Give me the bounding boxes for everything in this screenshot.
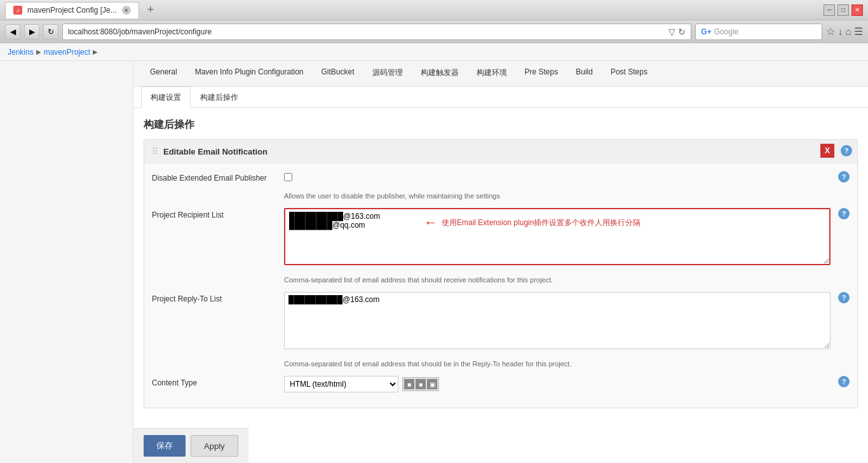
- ct-icon-1[interactable]: ■: [404, 379, 414, 389]
- tab-close-btn[interactable]: ×: [122, 6, 131, 15]
- reload-icon[interactable]: ↻: [678, 27, 686, 37]
- download-icon[interactable]: ↓: [837, 26, 843, 38]
- tab-presteps[interactable]: Pre Steps: [516, 61, 567, 86]
- content-area: General Maven Info Plugin Configuration …: [133, 61, 868, 463]
- browser-titlebar: J mavenProject Config [Je... × + ─ □ ✕: [0, 0, 868, 20]
- content-type-control: HTML (text/html) ■ ■ ▣: [284, 376, 831, 392]
- toolbar-icons: ☆ ↓ ⌂ ☰: [826, 25, 863, 38]
- save-button[interactable]: 保存: [144, 435, 186, 457]
- main-layout: General Maven Info Plugin Configuration …: [0, 61, 868, 463]
- refresh-btn[interactable]: ↻: [43, 24, 58, 39]
- recipient-help-icon[interactable]: ?: [838, 208, 850, 219]
- recipient-list-row: Project Recipient List ← 使用Email Extensi…: [152, 208, 850, 267]
- subtab-build-settings[interactable]: 构建设置: [141, 86, 191, 108]
- search-bar[interactable]: G+ Google: [695, 24, 822, 40]
- browser-tab[interactable]: J mavenProject Config [Je... ×: [5, 2, 139, 18]
- disable-publisher-control: [284, 171, 831, 183]
- reply-to-help-icon[interactable]: ?: [838, 292, 850, 303]
- recipient-hint: Comma-separated list of email address th…: [284, 275, 850, 284]
- subtab-post-build[interactable]: 构建后操作: [191, 86, 248, 108]
- content-type-help-icon[interactable]: ?: [838, 376, 850, 387]
- close-btn[interactable]: ✕: [851, 4, 863, 16]
- top-tabs: General Maven Info Plugin Configuration …: [133, 61, 868, 86]
- ct-icon-2[interactable]: ■: [416, 379, 426, 389]
- card-title: Editable Email Notification: [163, 147, 268, 156]
- reply-to-hint: Comma-separated list of email address th…: [284, 359, 850, 368]
- breadcrumb-project[interactable]: mavenProject: [44, 48, 90, 57]
- maximize-btn[interactable]: □: [837, 4, 849, 16]
- bookmark-icon[interactable]: ▽: [668, 27, 675, 37]
- address-bar[interactable]: localhost:8080/job/mavenProject/configur…: [62, 24, 691, 40]
- annotation-arrow-icon: ←: [424, 214, 438, 231]
- recipient-list-label: Project Recipient List: [152, 208, 279, 219]
- search-input[interactable]: Google: [714, 27, 739, 36]
- disable-publisher-row: Disable Extended Email Publisher ?: [152, 171, 850, 183]
- breadcrumb-jenkins[interactable]: Jenkins: [8, 48, 34, 57]
- browser-toolbar: ◀ ▶ ↻ localhost:8080/job/mavenProject/co…: [0, 20, 868, 43]
- email-notification-card: ⠿ Editable Email Notification X ? Disabl…: [144, 139, 858, 408]
- breadcrumb-sep-2: ▶: [93, 48, 98, 55]
- tab-env[interactable]: 构建环境: [468, 61, 516, 86]
- reply-to-label: Project Reply-To List: [152, 292, 279, 303]
- drag-handle-icon: ⠿: [152, 146, 158, 156]
- tab-favicon: J: [13, 6, 22, 15]
- home-icon[interactable]: ⌂: [845, 26, 851, 38]
- disable-hint: Allows the user to disable the publisher…: [284, 191, 850, 200]
- disable-publisher-checkbox[interactable]: [284, 173, 292, 181]
- tab-maven-info[interactable]: Maven Info Plugin Configuration: [186, 61, 313, 86]
- reply-to-control: [284, 292, 831, 351]
- recipient-list-wrapper: ← 使用Email Extension plugin插件设置多个收件人用换行分隔: [284, 208, 831, 267]
- minimize-btn[interactable]: ─: [824, 4, 835, 16]
- tab-poststeps[interactable]: Post Steps: [602, 61, 656, 86]
- content-type-select[interactable]: HTML (text/html): [284, 376, 398, 392]
- sidebar: [0, 61, 133, 463]
- url-text: localhost:8080/job/mavenProject/configur…: [68, 27, 212, 36]
- tab-source[interactable]: 源码管理: [363, 61, 412, 86]
- disable-help-icon[interactable]: ?: [838, 171, 850, 183]
- settings-icon[interactable]: ☰: [854, 25, 863, 38]
- bottom-actions: 保存 Apply: [133, 428, 248, 463]
- annotation-overlay: ← 使用Email Extension plugin插件设置多个收件人用换行分隔: [424, 214, 641, 231]
- google-logo: G+: [701, 27, 711, 36]
- star-icon[interactable]: ☆: [826, 25, 835, 38]
- address-icons: ▽ ↻: [668, 27, 686, 37]
- card-help-icon[interactable]: ?: [841, 145, 852, 156]
- new-tab-button[interactable]: +: [143, 3, 158, 18]
- window-controls: ─ □ ✕: [824, 4, 863, 16]
- content-type-icon-group: ■ ■ ▣: [402, 377, 439, 391]
- tab-title: mavenProject Config [Je...: [27, 6, 117, 15]
- tab-build[interactable]: Build: [567, 61, 602, 86]
- reply-to-row: Project Reply-To List ?: [152, 292, 850, 351]
- annotation-text: 使用Email Extension plugin插件设置多个收件人用换行分隔: [442, 218, 641, 228]
- content-type-label: Content Type: [152, 376, 279, 387]
- card-header: ⠿ Editable Email Notification: [144, 140, 857, 163]
- card-close-button[interactable]: X: [820, 144, 834, 158]
- breadcrumb: Jenkins ▶ mavenProject ▶: [0, 43, 868, 61]
- tab-general[interactable]: General: [141, 61, 186, 86]
- section-title: 构建后操作: [133, 108, 868, 139]
- sub-tabs: 构建设置 构建后操作: [133, 86, 868, 108]
- back-btn[interactable]: ◀: [5, 24, 20, 39]
- card-form-body: Disable Extended Email Publisher ? Allow…: [144, 163, 857, 408]
- apply-button[interactable]: Apply: [191, 435, 238, 457]
- content-type-row: Content Type HTML (text/html) ■ ■ ▣ ?: [152, 376, 850, 392]
- reply-to-input[interactable]: [284, 292, 831, 349]
- disable-publisher-label: Disable Extended Email Publisher: [152, 171, 279, 183]
- tab-trigger[interactable]: 构建触发器: [412, 61, 468, 86]
- tab-gitbucket[interactable]: GitBucket: [312, 61, 363, 86]
- breadcrumb-sep-1: ▶: [36, 48, 41, 55]
- ct-icon-3[interactable]: ▣: [427, 379, 437, 389]
- forward-btn[interactable]: ▶: [24, 24, 39, 39]
